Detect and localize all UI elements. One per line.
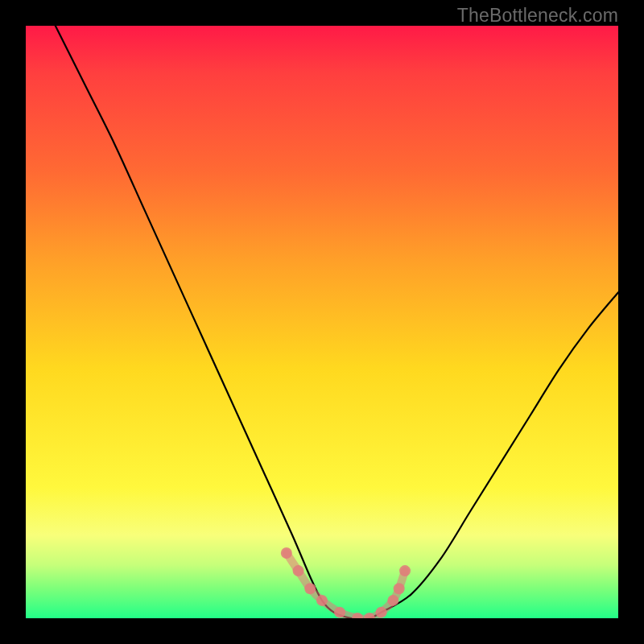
highlight-marker bbox=[293, 565, 304, 576]
chart-container: TheBottleneck.com bbox=[0, 0, 644, 644]
bottleneck-curve bbox=[56, 26, 618, 618]
highlight-marker bbox=[387, 595, 398, 606]
highlight-marker bbox=[399, 565, 411, 576]
highlight-marker bbox=[394, 583, 405, 594]
highlight-marker bbox=[281, 547, 292, 559]
plot-area bbox=[26, 26, 618, 618]
watermark-text: TheBottleneck.com bbox=[457, 5, 618, 27]
highlight-marker bbox=[304, 583, 316, 594]
highlight-marker bbox=[316, 595, 328, 606]
highlight-marker bbox=[334, 607, 345, 618]
curve-svg bbox=[26, 26, 618, 618]
highlight-marker bbox=[376, 607, 387, 618]
highlight-markers bbox=[281, 547, 411, 618]
